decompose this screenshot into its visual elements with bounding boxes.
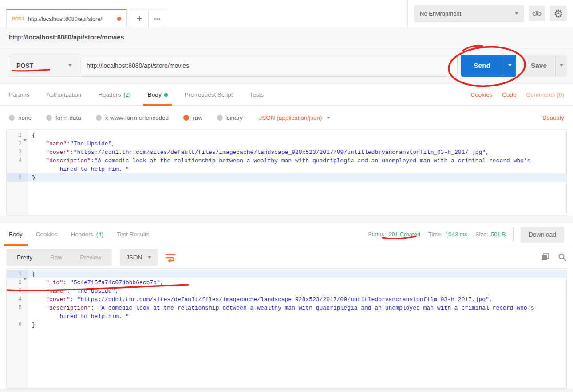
code-text: { — [28, 131, 566, 140]
code-line[interactable]: 1{ — [7, 131, 566, 140]
send-button-group: Send — [461, 55, 516, 77]
download-button[interactable]: Download — [521, 227, 564, 243]
tab-headers[interactable]: Headers (2) — [98, 84, 131, 106]
code-token: "cover" — [46, 296, 70, 303]
code-token: { — [32, 132, 36, 139]
code-token — [32, 157, 46, 164]
radio-icon — [46, 115, 52, 121]
save-button[interactable]: Save — [522, 55, 555, 77]
code-text: "cover":"https://cdn1.thr.com/sites/defa… — [28, 148, 566, 157]
code-line[interactable]: 3 "name": "The Upside", — [7, 287, 566, 295]
code-text: "cover": "https://cdn1.thr.com/sites/def… — [28, 295, 566, 304]
code-line[interactable]: hired to help him. " — [7, 312, 566, 321]
tab-params[interactable]: Params — [9, 84, 30, 106]
code-token — [32, 166, 59, 172]
url-input[interactable] — [79, 62, 457, 69]
search-response-button[interactable] — [558, 253, 567, 262]
code-line[interactable]: 2 "_id": "5c4e715fa74c07dbbb6ecb7b", — [7, 278, 566, 287]
code-token — [32, 279, 46, 286]
send-button[interactable]: Send — [461, 55, 503, 77]
environment-area: No Environment ⚙ — [407, 0, 573, 27]
code-token: : — [67, 141, 70, 147]
section-divider — [0, 216, 573, 223]
tab-authorization[interactable]: Authorization — [47, 84, 82, 106]
chevron-down-icon — [560, 64, 563, 67]
line-gutter: 4 — [7, 295, 28, 304]
code-line[interactable]: 5} — [7, 173, 566, 182]
code-token — [32, 288, 46, 294]
copy-icon — [541, 253, 550, 262]
comments-link[interactable]: Comments (0) — [526, 91, 564, 98]
code-line[interactable]: 3 "cover":"https://cdn1.thr.com/sites/de… — [7, 148, 566, 157]
environment-quick-look-button[interactable] — [529, 6, 545, 21]
response-tab-cookies[interactable]: Cookies — [36, 223, 58, 246]
chevron-down-icon — [148, 256, 151, 259]
environment-selector[interactable]: No Environment — [414, 5, 524, 22]
code-line[interactable]: 5 "description": "A comedic look at the … — [7, 304, 566, 312]
tab-tests[interactable]: Tests — [249, 84, 264, 106]
request-body-editor[interactable]: 1{2 "name":"The Upside",3 "cover":"https… — [6, 129, 567, 216]
line-gutter: 1 — [7, 131, 28, 140]
view-preview[interactable]: Preview — [71, 254, 110, 261]
radio-icon-selected — [183, 115, 189, 121]
new-tab-button[interactable]: + — [130, 9, 149, 27]
line-gutter: 5 — [7, 304, 28, 312]
line-number: 1 — [7, 270, 22, 278]
more-tabs-button[interactable]: ••• — [149, 9, 166, 27]
code-token: : — [91, 305, 98, 311]
radio-binary[interactable]: binary — [217, 114, 243, 121]
tab-count: (2) — [123, 91, 131, 98]
send-options-button[interactable] — [503, 55, 516, 77]
save-options-button[interactable] — [555, 55, 567, 77]
code-text: "name": "The Upside", — [28, 287, 566, 295]
code-token: : — [67, 288, 74, 294]
code-token: "https://cdn1.thr.com/sites/default/file… — [74, 149, 486, 156]
unsaved-changes-dot — [117, 17, 121, 21]
tab-label: Body — [148, 91, 162, 98]
code-line[interactable]: 4 "description":"A comedic look at the r… — [7, 157, 566, 165]
settings-button[interactable]: ⚙ — [550, 6, 567, 21]
copy-response-button[interactable] — [541, 253, 550, 262]
code-line[interactable]: 6} — [7, 321, 566, 329]
radio-form-data[interactable]: form-data — [46, 114, 81, 121]
response-tab-body[interactable]: Body — [9, 223, 23, 246]
line-number: 4 — [7, 295, 22, 304]
method-select[interactable]: POST — [9, 55, 79, 77]
code-line[interactable]: hired to help him. " — [7, 165, 566, 173]
view-raw[interactable]: Raw — [41, 254, 71, 261]
tab-strip: POST http://localhost:8080/api/store/ + … — [0, 0, 573, 27]
response-tab-headers[interactable]: Headers (4) — [71, 223, 104, 246]
line-gutter: 5 — [7, 173, 28, 182]
code-token: "https://cdn1.thr.com/sites/default/file… — [77, 296, 489, 303]
radio-x-www-form-urlencoded[interactable]: x-www-form-urlencoded — [96, 114, 169, 121]
tab-pre-request-script[interactable]: Pre-request Script — [185, 84, 233, 106]
content-type-selector[interactable]: JSON (application/json) — [259, 114, 331, 121]
size-label: Size: — [475, 231, 488, 238]
code-line[interactable]: 2 "name":"The Upside", — [7, 140, 566, 148]
code-line[interactable]: 1{ — [7, 270, 566, 278]
radio-none[interactable]: none — [9, 114, 32, 121]
code-text: } — [28, 173, 566, 182]
response-body-editor[interactable]: 1{2 "_id": "5c4e715fa74c07dbbb6ecb7b",3 … — [6, 268, 567, 389]
request-title: http://localhost:8080/api/store/movies — [9, 34, 124, 41]
beautify-link[interactable]: Beautify — [542, 114, 564, 121]
tab-body[interactable]: Body — [148, 84, 168, 106]
view-pretty[interactable]: Pretty — [8, 254, 41, 261]
wrap-lines-button[interactable] — [165, 252, 176, 262]
request-tab[interactable]: POST http://localhost:8080/api/store/ — [6, 9, 127, 27]
code-token: : — [70, 149, 74, 156]
response-tab-test-results[interactable]: Test Results — [117, 223, 150, 246]
cookies-link[interactable]: Cookies — [470, 91, 492, 98]
tab-label: Cookies — [36, 231, 58, 238]
code-token — [32, 149, 46, 156]
radio-raw[interactable]: raw — [183, 114, 202, 121]
code-token: "name" — [46, 288, 67, 294]
code-line[interactable]: 4 "cover": "https://cdn1.thr.com/sites/d… — [7, 295, 566, 304]
code-text: "description":"A comedic look at the rel… — [28, 157, 566, 165]
line-gutter: 1 — [7, 270, 28, 278]
code-token — [32, 141, 46, 147]
response-format-selector[interactable]: JSON — [120, 249, 158, 266]
code-token: "The Upside" — [70, 141, 112, 147]
line-number: 2 — [7, 278, 22, 287]
code-link[interactable]: Code — [502, 91, 516, 98]
